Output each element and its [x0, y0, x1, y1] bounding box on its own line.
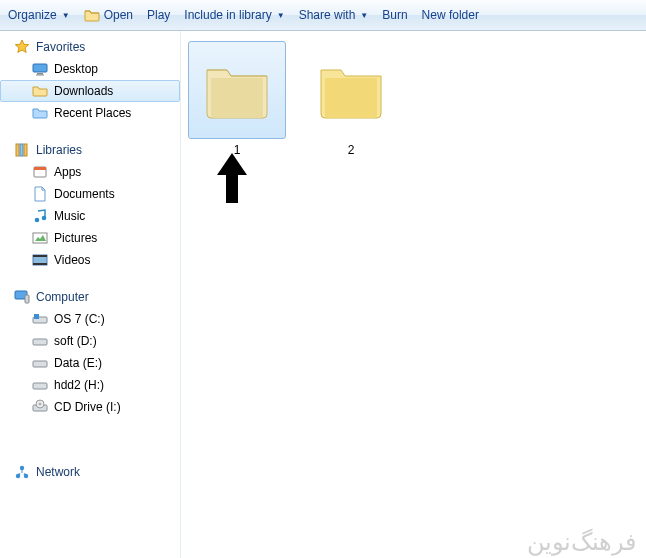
computer-section: Computer OS 7 (C:) soft (D:) [0, 287, 180, 418]
svg-rect-2 [36, 75, 44, 76]
sidebar-item-recent[interactable]: Recent Places [0, 102, 180, 124]
sidebar-item-label: Data (E:) [54, 354, 102, 372]
recent-icon [32, 105, 48, 121]
sidebar-item-drive-c[interactable]: OS 7 (C:) [0, 308, 180, 330]
organize-button[interactable]: Organize ▼ [8, 8, 70, 22]
svg-rect-15 [25, 295, 29, 303]
folder-item[interactable]: 1 [187, 41, 287, 157]
sidebar-item-label: soft (D:) [54, 332, 97, 350]
folder-item[interactable]: 2 [301, 41, 401, 157]
sidebar-item-desktop[interactable]: Desktop [0, 58, 180, 80]
svg-point-23 [39, 403, 41, 405]
watermark: فرهنگ‌نوین [527, 528, 636, 552]
sidebar-item-drive-h[interactable]: hdd2 (H:) [0, 374, 180, 396]
sidebar-item-apps[interactable]: Apps [0, 161, 180, 183]
favorites-section: Favorites Desktop Downloads [0, 37, 180, 124]
drive-icon [32, 355, 48, 371]
organize-label: Organize [8, 8, 57, 22]
folder-thumbnail [302, 41, 400, 139]
open-button[interactable]: Open [84, 7, 133, 23]
sidebar-item-label: hdd2 (H:) [54, 376, 104, 394]
sidebar-item-label: Music [54, 207, 85, 225]
svg-rect-4 [20, 144, 23, 156]
folder-thumbnail [188, 41, 286, 139]
arrow-callout-icon [215, 153, 249, 206]
include-label: Include in library [184, 8, 271, 22]
libraries-icon [14, 142, 30, 158]
sidebar-item-music[interactable]: Music [0, 205, 180, 227]
sidebar-item-label: Documents [54, 185, 115, 203]
network-label: Network [36, 465, 80, 479]
share-label: Share with [299, 8, 356, 22]
svg-rect-12 [33, 255, 47, 257]
libraries-header[interactable]: Libraries [0, 140, 180, 161]
desktop-icon [32, 61, 48, 77]
downloads-icon [32, 83, 48, 99]
include-button[interactable]: Include in library ▼ [184, 8, 284, 22]
sidebar-item-drive-i[interactable]: CD Drive (I:) [0, 396, 180, 418]
newfolder-button[interactable]: New folder [422, 8, 479, 22]
favorites-header[interactable]: Favorites [0, 37, 180, 58]
dropdown-icon: ▼ [277, 11, 285, 20]
computer-label: Computer [36, 290, 89, 304]
sidebar-item-downloads[interactable]: Downloads [0, 80, 180, 102]
drive-icon [32, 311, 48, 327]
apps-icon [32, 164, 48, 180]
sidebar-item-label: Recent Places [54, 104, 131, 122]
folder-label: 2 [301, 143, 401, 157]
svg-rect-17 [34, 314, 39, 319]
toolbar: Organize ▼ Open Play Include in library … [0, 0, 646, 31]
play-label: Play [147, 8, 170, 22]
svg-point-8 [35, 218, 40, 223]
svg-rect-13 [33, 263, 47, 265]
sidebar-item-documents[interactable]: Documents [0, 183, 180, 205]
svg-point-26 [20, 466, 24, 470]
libraries-section: Libraries Apps Documents [0, 140, 180, 271]
svg-rect-10 [33, 233, 47, 243]
cd-drive-icon [32, 399, 48, 415]
svg-rect-20 [33, 383, 47, 389]
svg-rect-1 [37, 73, 43, 75]
favorites-label: Favorites [36, 40, 85, 54]
computer-header[interactable]: Computer [0, 287, 180, 308]
burn-label: Burn [382, 8, 407, 22]
pictures-icon [32, 230, 48, 246]
burn-button[interactable]: Burn [382, 8, 407, 22]
sidebar-item-label: CD Drive (I:) [54, 398, 121, 416]
sidebar-item-drive-d[interactable]: soft (D:) [0, 330, 180, 352]
svg-rect-7 [34, 167, 46, 170]
sidebar-item-drive-e[interactable]: Data (E:) [0, 352, 180, 374]
folder-list: 1 2 [187, 41, 640, 157]
computer-icon [14, 289, 30, 305]
sidebar-item-pictures[interactable]: Pictures [0, 227, 180, 249]
content-area[interactable]: 1 2 [181, 31, 646, 558]
videos-icon [32, 252, 48, 268]
sidebar-item-label: Apps [54, 163, 81, 181]
dropdown-icon: ▼ [62, 11, 70, 20]
share-button[interactable]: Share with ▼ [299, 8, 369, 22]
drive-icon [32, 333, 48, 349]
network-icon [14, 464, 30, 480]
svg-rect-18 [33, 339, 47, 345]
libraries-label: Libraries [36, 143, 82, 157]
open-label: Open [104, 8, 133, 22]
dropdown-icon: ▼ [360, 11, 368, 20]
network-header[interactable]: Network [0, 462, 180, 483]
music-icon [32, 208, 48, 224]
documents-icon [32, 186, 48, 202]
sidebar-item-label: Pictures [54, 229, 97, 247]
sidebar-item-label: OS 7 (C:) [54, 310, 105, 328]
sidebar-item-videos[interactable]: Videos [0, 249, 180, 271]
svg-rect-5 [24, 144, 27, 156]
sidebar-item-label: Videos [54, 251, 90, 269]
drive-icon [32, 377, 48, 393]
svg-point-9 [42, 216, 47, 221]
watermark-text: فرهنگ‌نوین [527, 528, 636, 556]
play-button[interactable]: Play [147, 8, 170, 22]
newfolder-label: New folder [422, 8, 479, 22]
star-icon [14, 39, 30, 55]
svg-rect-19 [33, 361, 47, 367]
svg-rect-0 [33, 64, 47, 72]
open-folder-icon [84, 7, 100, 23]
sidebar: Favorites Desktop Downloads [0, 31, 181, 558]
